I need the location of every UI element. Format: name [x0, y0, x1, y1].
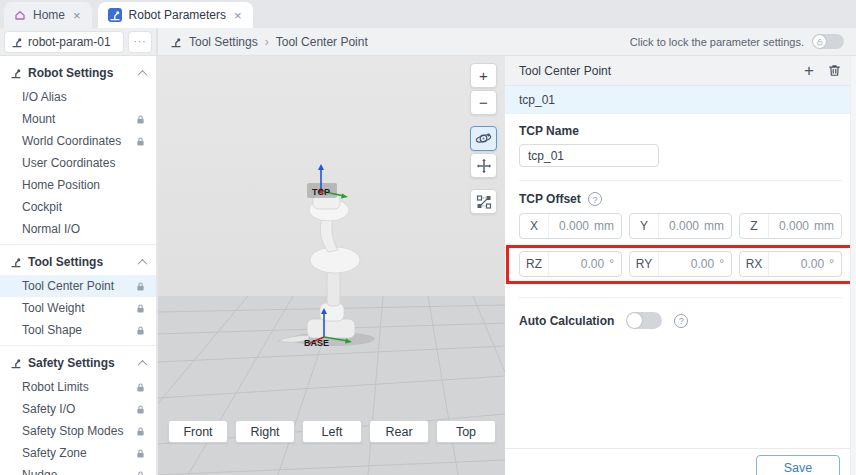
param-name-field[interactable]: robot-param-01: [4, 31, 124, 53]
close-icon[interactable]: ×: [72, 8, 82, 23]
unit-label: mm: [591, 219, 621, 233]
item-label: Tool Weight: [22, 301, 84, 315]
panel-scrollbar[interactable]: [850, 56, 856, 475]
breadcrumb: Tool Settings › Tool Center Point: [170, 35, 368, 49]
offset-rx-field[interactable]: RX 0.00 °: [739, 251, 842, 277]
sidebar-section-robot-settings[interactable]: Robot Settings: [0, 60, 156, 86]
view-left-button[interactable]: Left: [302, 420, 362, 443]
zoom-out-button[interactable]: −: [470, 90, 497, 115]
sidebar-item-normal-io[interactable]: Normal I/O: [0, 218, 156, 240]
sidebar-item-robot-limits[interactable]: Robot Limits: [0, 376, 156, 398]
sidebar-item-io-alias[interactable]: I/O Alias: [0, 86, 156, 108]
sidebar-item-safety-io[interactable]: Safety I/O: [0, 398, 156, 420]
breadcrumb-parent[interactable]: Tool Settings: [189, 35, 258, 49]
tcp-name-input[interactable]: [519, 144, 659, 167]
auto-calculation-label: Auto Calculation: [519, 314, 614, 328]
view-rear-button[interactable]: Rear: [369, 420, 429, 443]
offset-y-field[interactable]: Y 0.000 mm: [629, 213, 732, 239]
tcp-list-item-selected[interactable]: tcp_01: [505, 86, 856, 114]
offset-ry-field[interactable]: RY 0.00 °: [629, 251, 732, 277]
panel-header: Tool Center Point +: [505, 56, 856, 86]
sidebar-section-safety-settings[interactable]: Safety Settings: [0, 350, 156, 376]
sidebar: Robot Settings I/O Alias Mount World Coo…: [0, 56, 158, 475]
breadcrumb-segment: Tool Settings › Tool Center Point Click …: [158, 28, 856, 55]
auto-calculation-toggle[interactable]: [626, 312, 662, 329]
breadcrumb-separator: ›: [265, 35, 269, 49]
robot-3d-scene: TCP BASE: [158, 56, 505, 475]
lock-icon: [135, 448, 146, 459]
lock-icon: [135, 281, 146, 292]
item-label: Safety Zone: [22, 446, 87, 460]
robot-icon: [10, 357, 22, 369]
save-button[interactable]: Save: [756, 455, 840, 475]
sidebar-item-cockpit[interactable]: Cockpit: [0, 196, 156, 218]
view-right-button[interactable]: Right: [235, 420, 295, 443]
sidebar-item-safety-stop-modes[interactable]: Safety Stop Modes: [0, 420, 156, 442]
item-label: Safety I/O: [22, 402, 75, 416]
lock-icon: [135, 404, 146, 415]
tab-robot-parameters[interactable]: Robot Parameters ×: [98, 2, 253, 28]
item-label: User Coordinates: [22, 156, 115, 170]
sidebar-item-world-coordinates[interactable]: World Coordinates: [0, 130, 156, 152]
sidebar-item-home-position[interactable]: Home Position: [0, 174, 156, 196]
parameter-lock-toggle[interactable]: [812, 34, 844, 49]
tcp-offset-help-icon[interactable]: ?: [588, 192, 602, 206]
item-label: Mount: [22, 112, 55, 126]
sidebar-item-tool-shape[interactable]: Tool Shape: [0, 319, 156, 341]
item-label: Normal I/O: [22, 222, 80, 236]
auto-calculation-help-icon[interactable]: ?: [674, 314, 688, 328]
add-tcp-button[interactable]: +: [804, 62, 814, 79]
close-icon[interactable]: ×: [233, 8, 243, 23]
view-top-button[interactable]: Top: [436, 420, 496, 443]
view-front-button[interactable]: Front: [168, 420, 228, 443]
zoom-in-button[interactable]: +: [470, 63, 497, 88]
divider: [0, 244, 156, 245]
chevron-up-icon: [138, 359, 148, 369]
item-label: Robot Limits: [22, 380, 89, 394]
pan-tool-button[interactable]: [470, 153, 497, 178]
unit-label: mm: [701, 219, 731, 233]
section-label: Robot Settings: [28, 66, 113, 80]
more-button[interactable]: ···: [128, 31, 152, 53]
item-label: Nudge: [22, 468, 57, 475]
robot-3d-viewport[interactable]: TCP BASE + −: [158, 56, 505, 475]
param-segment: robot-param-01 ···: [0, 28, 158, 55]
unit-label: °: [716, 257, 731, 271]
offset-z-value: 0.000: [769, 219, 811, 233]
sidebar-item-user-coordinates[interactable]: User Coordinates: [0, 152, 156, 174]
lock-banner: Click to lock the parameter settings.: [630, 34, 844, 49]
axis-label: Z: [740, 214, 769, 238]
sidebar-item-mount[interactable]: Mount: [0, 108, 156, 130]
robot-icon: [170, 36, 182, 48]
sidebar-item-tool-center-point[interactable]: Tool Center Point: [0, 275, 156, 297]
rotation-offset-row: RZ 0.00 ° RY 0.00 ° RX 0.00 °: [519, 251, 842, 277]
offset-z-field[interactable]: Z 0.000 mm: [739, 213, 842, 239]
item-label: Home Position: [22, 178, 100, 192]
measure-tool-button[interactable]: [470, 189, 497, 214]
panel-title: Tool Center Point: [519, 64, 611, 78]
tab-robot-parameters-label: Robot Parameters: [129, 8, 226, 22]
param-name-label: robot-param-01: [28, 35, 111, 49]
panel-body: TCP Name TCP Offset ? X 0.000 mm Y 0.000…: [519, 114, 842, 329]
sidebar-section-tool-settings[interactable]: Tool Settings: [0, 249, 156, 275]
sidebar-item-safety-zone[interactable]: Safety Zone: [0, 442, 156, 464]
axis-label: Y: [630, 214, 659, 238]
unit-label: °: [826, 257, 841, 271]
chevron-up-icon: [138, 69, 148, 79]
offset-x-field[interactable]: X 0.000 mm: [519, 213, 622, 239]
lock-icon: [135, 325, 146, 336]
pan-arrows-icon: [476, 158, 492, 174]
axis-label: RY: [630, 252, 659, 276]
offset-rx-value: 0.00: [769, 257, 826, 271]
tab-home[interactable]: Home ×: [4, 2, 92, 28]
offset-rz-field[interactable]: RZ 0.00 °: [519, 251, 622, 277]
sidebar-item-nudge[interactable]: Nudge: [0, 464, 156, 475]
orbit-tool-button[interactable]: [470, 126, 497, 151]
section-label: Safety Settings: [28, 356, 115, 370]
lock-icon: [135, 114, 146, 125]
lock-banner-text: Click to lock the parameter settings.: [630, 36, 804, 48]
item-label: Safety Stop Modes: [22, 424, 123, 438]
delete-tcp-button[interactable]: [827, 63, 842, 78]
robot-icon: [11, 36, 23, 48]
sidebar-item-tool-weight[interactable]: Tool Weight: [0, 297, 156, 319]
